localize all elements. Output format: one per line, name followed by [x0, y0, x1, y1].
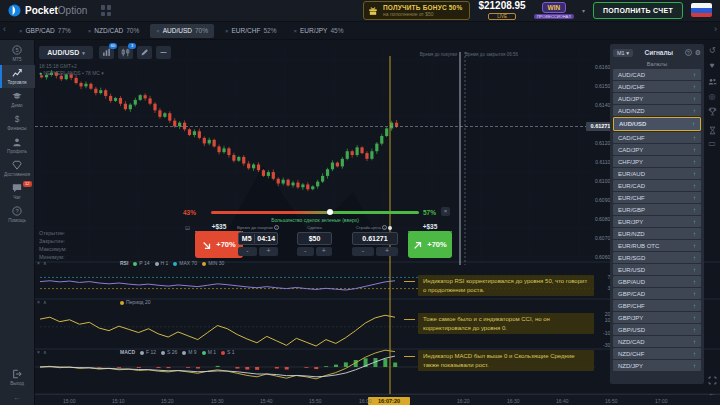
buy-button[interactable]: +70% — [408, 231, 452, 258]
amount-value[interactable]: $50 — [309, 235, 321, 242]
tabs-next-icon[interactable]: › — [714, 24, 717, 34]
indicators-button[interactable]: 60 — [99, 46, 114, 59]
strike-value[interactable]: 0.61271 — [362, 235, 387, 242]
sidebar-item-mt5[interactable]: 5МТ5 — [0, 42, 35, 65]
pair-tab-eur-jpy[interactable]: ×EUR/JPY45% — [287, 24, 349, 38]
signal-row-eur-rub-otc[interactable]: EUR/RUB OTC↑ — [613, 240, 701, 251]
tab-close-icon[interactable]: × — [225, 28, 229, 34]
bonus-button[interactable]: ПОЛУЧИТЬ БОНУС 50% на пополнение от $50 — [363, 1, 470, 21]
sidebar-item-cap[interactable]: Демо — [0, 88, 35, 111]
sidebar-item-chat[interactable]: Чат12 — [0, 180, 35, 203]
tab-close-icon[interactable]: × — [88, 28, 92, 34]
signal-row-cad-jpy[interactable]: CAD/JPY↑ — [613, 144, 701, 155]
collapse-icon[interactable]: ∧ — [43, 299, 47, 305]
minus-button[interactable]: - — [297, 247, 314, 256]
tab-close-icon[interactable]: × — [156, 28, 160, 34]
tab-close-icon[interactable]: × — [293, 28, 297, 34]
close-icon[interactable]: × — [37, 260, 40, 266]
signal-row-eur-cad[interactable]: EUR/CAD↑ — [613, 180, 701, 191]
pair-tab-aud-usd[interactable]: ×AUD/USD70% — [150, 24, 214, 38]
signal-row-eur-aud[interactable]: EUR/AUD↑ — [613, 168, 701, 179]
signal-row-eur-usd[interactable]: EUR/USD↑ — [613, 264, 701, 275]
sidebar-item-diamond[interactable]: Достижения — [0, 157, 35, 180]
timeframe-value[interactable]: M5 — [239, 235, 254, 242]
signal-row-aud-nzd[interactable]: AUD/NZD↑ — [613, 105, 701, 116]
signal-row-eur-sgd[interactable]: EUR/SGD↑ — [613, 252, 701, 263]
signal-row-nzd-cad[interactable]: NZD/CAD↑ — [613, 336, 701, 347]
collapse-icon[interactable]: ∧ — [43, 260, 47, 266]
plus-button[interactable]: + — [376, 247, 398, 256]
sidebar-item-question[interactable]: ?Помощь — [0, 203, 35, 226]
profile-level-badge[interactable]: WIN ПРОФЕССИОНАЛ — [534, 2, 574, 20]
signal-row-gbp-chf[interactable]: GBP/CHF↑ — [613, 300, 701, 311]
sidebar-item-user[interactable]: Профиль — [0, 134, 35, 157]
signal-row-aud-chf[interactable]: AUD/CHF↑ — [613, 81, 701, 92]
time-axis[interactable]: 16:07:20 15:0015:1015:2015:3015:4015:501… — [35, 394, 720, 405]
chevron-down-icon[interactable]: ▾ — [582, 7, 585, 14]
deposit-button[interactable]: ПОПОЛНИТЬ СЧЕТ — [593, 2, 683, 19]
signal-row-cad-chf[interactable]: CAD/CHF↑ — [613, 132, 701, 143]
back-arrow-icon[interactable]: ← — [704, 389, 720, 398]
signal-row-nzd-chf[interactable]: NZD/CHF↑ — [613, 348, 701, 359]
signal-row-aud-cad[interactable]: AUD/CAD↑ — [613, 69, 701, 80]
signal-row-chf-jpy[interactable]: CHF/JPY↑ — [613, 156, 701, 167]
minus-button[interactable]: - — [352, 247, 374, 256]
minus-button[interactable]: - — [238, 247, 257, 256]
gear-icon[interactable]: ⚙ — [695, 49, 701, 57]
signal-row-eur-gbp[interactable]: EUR/GBP↑ — [613, 204, 701, 215]
account-balance[interactable]: $21208.95 LIVE — [478, 1, 525, 21]
expiration-value[interactable]: 04:14 — [255, 235, 277, 242]
server-label[interactable]: ● NETHERLANDS • 78 МС ▾ — [39, 70, 104, 77]
hourglass-icon[interactable] — [704, 126, 720, 137]
close-icon[interactable]: × — [37, 349, 40, 355]
symbol-selector[interactable]: AUD/USD ▾ — [39, 46, 93, 59]
signal-row-eur-jpy[interactable]: EUR/JPY↑ — [613, 216, 701, 227]
history-icon[interactable]: ↺ — [704, 46, 720, 55]
users-icon[interactable] — [704, 77, 720, 88]
signal-row-aud-usd[interactable]: AUD/USD↑ — [613, 117, 701, 131]
tabs-prev-icon[interactable]: ‹ — [3, 24, 6, 34]
signal-row-nzd-jpy[interactable]: NZD/JPY↑ — [613, 360, 701, 371]
fullscreen-icon[interactable] — [704, 376, 720, 387]
heart-icon[interactable]: ♥ — [704, 61, 720, 70]
info-icon[interactable]: i — [382, 225, 387, 230]
signal-row-gbp-usd[interactable]: GBP/USD↑ — [613, 324, 701, 335]
sidebar-item-dollar[interactable]: $Финансы — [0, 111, 35, 134]
cci-legend[interactable]: Период 20 — [120, 299, 151, 305]
signal-row-gbp-cad[interactable]: GBP/CAD↑ — [613, 288, 701, 299]
target-icon[interactable]: ◎ — [704, 92, 720, 101]
sell-button[interactable]: +70% — [195, 231, 243, 258]
remove-drawings-button[interactable] — [156, 46, 171, 59]
drawing-button[interactable] — [137, 46, 152, 59]
strike-toggle[interactable] — [388, 226, 392, 230]
signals-timeframe-select[interactable]: M1 ▾ — [613, 49, 633, 57]
tab-close-icon[interactable]: × — [19, 28, 23, 34]
apps-grid-icon[interactable] — [101, 5, 112, 16]
pair-tab-gbp-cad[interactable]: ×GBP/CAD77% — [13, 24, 77, 38]
signal-row-eur-chf[interactable]: EUR/CHF↑ — [613, 192, 701, 203]
help-icon[interactable]: ? — [685, 49, 692, 56]
sidebar-collapse-icon[interactable]: ← — [13, 393, 21, 402]
signal-row-gbp-jpy[interactable]: GBP/JPY↑ — [613, 312, 701, 323]
sidebar-item-logout[interactable]: Выход — [0, 366, 35, 389]
sidebar-item-chart[interactable]: Торговля — [0, 65, 35, 88]
close-icon[interactable]: × — [37, 299, 40, 305]
pair-tab-eur-chf[interactable]: ×EUR/CHF52% — [219, 24, 282, 38]
collapse-icon[interactable]: ∧ — [43, 349, 47, 355]
macd-legend[interactable]: MACDF 12S 26M 9M 1S 1 — [120, 349, 235, 355]
pair-tab-nzd-cad[interactable]: ×NZD/CAD70% — [82, 24, 145, 38]
signal-row-eur-nzd[interactable]: EUR/NZD↑ — [613, 228, 701, 239]
plus-button[interactable]: + — [316, 247, 333, 256]
info-icon[interactable]: i — [274, 225, 279, 230]
trophy-icon[interactable] — [704, 107, 720, 118]
language-flag-ru[interactable] — [691, 3, 712, 17]
close-icon[interactable]: × — [441, 207, 450, 216]
rsi-legend[interactable]: RSIP 14H 1MAX 70MIN 30 — [120, 260, 224, 266]
pocket-option-logo[interactable]: PocketOption — [8, 4, 87, 17]
amount-field[interactable]: $50 — [297, 232, 332, 245]
plus-button[interactable]: + — [259, 247, 278, 256]
signal-row-aud-jpy[interactable]: AUD/JPY↑ — [613, 93, 701, 104]
expiration-field[interactable]: M5 04:14 — [238, 232, 278, 245]
strike-field[interactable]: 0.61271 — [352, 232, 398, 245]
panel-settings-icon[interactable]: ⊡ — [185, 224, 190, 231]
